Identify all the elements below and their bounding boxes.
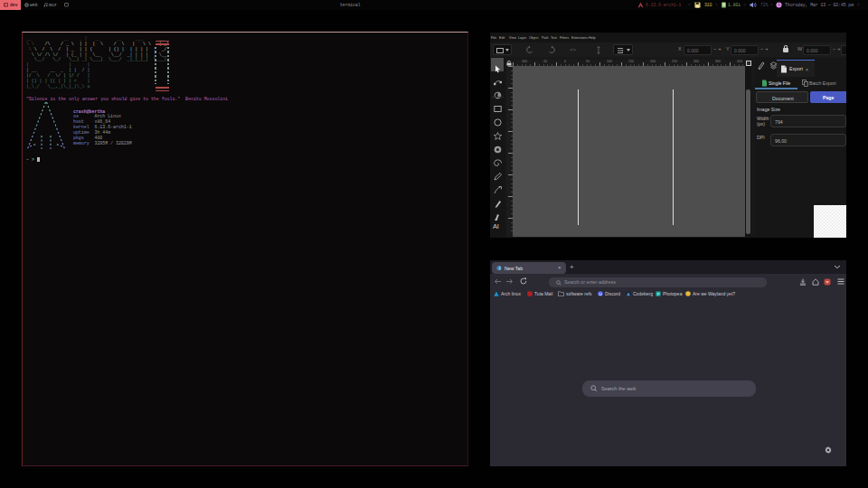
- svg-text:P: P: [657, 291, 660, 296]
